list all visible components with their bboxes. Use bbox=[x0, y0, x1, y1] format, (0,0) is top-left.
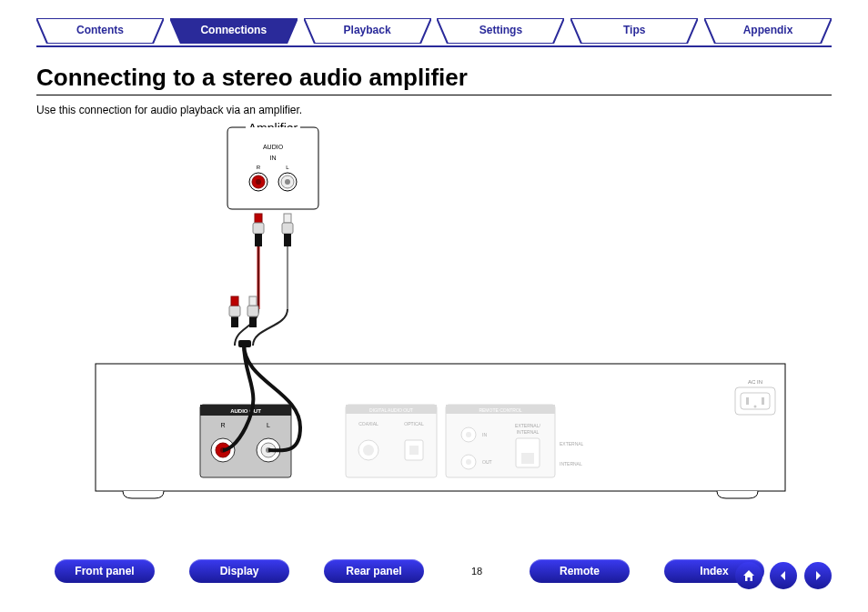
tab-bar: Contents Connections Playback Settings T… bbox=[36, 18, 832, 45]
nav-rear-panel[interactable]: Rear panel bbox=[324, 559, 424, 583]
nav-remote[interactable]: Remote bbox=[530, 559, 630, 583]
tab-label: Connections bbox=[200, 24, 267, 36]
tab-label: Settings bbox=[479, 24, 522, 36]
svg-text:EXTERNAL: EXTERNAL bbox=[560, 441, 584, 446]
tab-connections[interactable]: Connections bbox=[170, 18, 298, 44]
audio-out-label: AUDIO OUT bbox=[230, 408, 261, 414]
amp-r-label: R bbox=[257, 165, 261, 170]
prev-page-button[interactable] bbox=[770, 562, 797, 589]
svg-rect-50 bbox=[255, 234, 262, 246]
svg-rect-52 bbox=[229, 306, 240, 316]
svg-rect-57 bbox=[249, 316, 257, 327]
page-number: 18 bbox=[459, 566, 495, 577]
svg-rect-58 bbox=[247, 306, 258, 316]
svg-text:OPTICAL: OPTICAL bbox=[404, 421, 424, 426]
svg-rect-49 bbox=[253, 223, 264, 234]
svg-rect-59 bbox=[249, 296, 257, 306]
remote-control-label: REMOTE CONTROL bbox=[479, 407, 521, 413]
svg-point-32 bbox=[466, 432, 471, 437]
svg-rect-55 bbox=[282, 223, 293, 234]
tab-label: Appendix bbox=[743, 24, 793, 36]
svg-text:EXTERNAL/: EXTERNAL/ bbox=[515, 423, 540, 428]
svg-rect-45 bbox=[746, 397, 749, 405]
svg-rect-56 bbox=[284, 234, 291, 246]
svg-point-47 bbox=[754, 406, 757, 408]
svg-rect-54 bbox=[284, 214, 291, 223]
svg-rect-46 bbox=[762, 397, 764, 405]
svg-text:OUT: OUT bbox=[482, 459, 492, 465]
amplifier-box: Amplifier AUDIO IN R L bbox=[227, 121, 318, 209]
digital-out-label: DIGITAL AUDIO OUT bbox=[369, 407, 413, 413]
nav-front-panel[interactable]: Front panel bbox=[55, 559, 155, 583]
page-title: Connecting to a stereo audio amplifier bbox=[36, 64, 468, 92]
tab-contents[interactable]: Contents bbox=[36, 18, 164, 44]
rca-cable-red bbox=[229, 214, 264, 346]
home-button[interactable] bbox=[735, 562, 762, 589]
tab-label: Contents bbox=[76, 24, 124, 36]
page-description: Use this connection for audio playback v… bbox=[36, 104, 302, 116]
svg-point-11 bbox=[285, 179, 290, 185]
amp-in-label: IN bbox=[270, 155, 277, 161]
next-page-button[interactable] bbox=[804, 562, 832, 589]
amp-audio-label: AUDIO bbox=[263, 144, 284, 150]
svg-rect-40 bbox=[521, 453, 534, 464]
out-r-label: R bbox=[220, 422, 225, 428]
svg-rect-12 bbox=[96, 364, 785, 491]
svg-rect-53 bbox=[231, 296, 238, 306]
svg-text:INTERNAL: INTERNAL bbox=[560, 461, 582, 467]
tab-tips[interactable]: Tips bbox=[570, 18, 698, 44]
tab-settings[interactable]: Settings bbox=[437, 18, 564, 44]
tab-label: Tips bbox=[623, 24, 645, 36]
tab-playback[interactable]: Playback bbox=[304, 18, 431, 44]
svg-rect-48 bbox=[255, 214, 262, 223]
svg-rect-28 bbox=[409, 446, 419, 455]
svg-rect-51 bbox=[231, 316, 238, 327]
svg-text:IN: IN bbox=[482, 432, 487, 437]
nav-display[interactable]: Display bbox=[189, 559, 289, 583]
svg-text:COAXIAL: COAXIAL bbox=[358, 421, 378, 426]
out-l-label: L bbox=[267, 422, 270, 428]
svg-point-8 bbox=[256, 179, 261, 185]
svg-rect-60 bbox=[238, 340, 251, 347]
acin-label: AC IN bbox=[748, 379, 762, 385]
svg-point-26 bbox=[363, 445, 374, 456]
svg-point-35 bbox=[466, 459, 471, 465]
svg-text:INTERNAL: INTERNAL bbox=[517, 429, 540, 435]
connection-diagram: Amplifier AUDIO IN R L bbox=[36, 118, 832, 509]
tab-label: Playback bbox=[344, 24, 391, 36]
tab-appendix[interactable]: Appendix bbox=[704, 18, 832, 44]
device-rear-panel: AUDIO OUT R L DIGITAL AUDIO OUT COAXIAL … bbox=[96, 364, 785, 498]
